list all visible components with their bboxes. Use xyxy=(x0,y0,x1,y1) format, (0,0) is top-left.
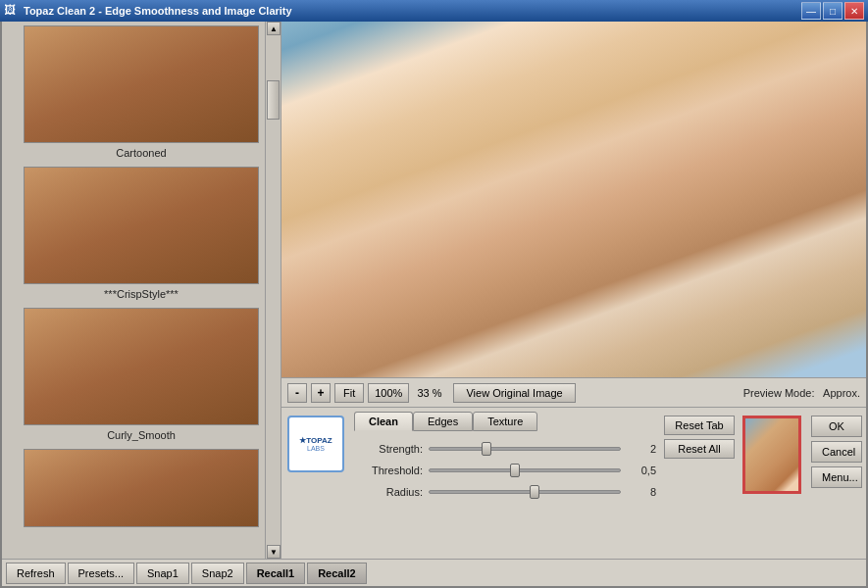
reset-tab-button[interactable]: Reset Tab xyxy=(664,416,735,435)
list-item[interactable]: Curly_Smooth xyxy=(6,308,277,443)
strength-label: Strength: xyxy=(354,443,423,455)
preview-area xyxy=(281,22,866,377)
preset-thumbnail-4 xyxy=(24,449,259,527)
view-original-button[interactable]: View Original Image xyxy=(453,383,575,403)
preset-list: Cartooned ***CrispStyle*** Curly_Smooth xyxy=(2,22,281,559)
preset-label: Cartooned xyxy=(6,145,277,161)
radius-value: 8 xyxy=(627,486,656,498)
preset-label: ***CrispStyle*** xyxy=(6,286,277,302)
radius-slider-row: Radius: 8 xyxy=(354,486,656,498)
main-window: Cartooned ***CrispStyle*** Curly_Smooth … xyxy=(0,22,868,588)
close-button[interactable]: ✕ xyxy=(844,2,864,20)
maximize-button[interactable]: □ xyxy=(823,2,842,20)
controls-bar: - + Fit 100% 33 % View Original Image Pr… xyxy=(281,377,866,407)
minimize-button[interactable]: — xyxy=(801,2,821,20)
title-bar: 🖼 Topaz Clean 2 - Edge Smoothness and Im… xyxy=(0,0,868,22)
preview-mode-value: Approx. xyxy=(823,387,860,399)
action-buttons: OK Cancel Menu... xyxy=(807,408,866,559)
tabs-sliders-area: Clean Edges Texture Strength: 2 xyxy=(350,408,660,559)
app-icon: 🖼 xyxy=(4,3,20,19)
preset-thumbnail-curlysmooth xyxy=(24,308,259,425)
threshold-track[interactable] xyxy=(429,468,621,472)
list-item[interactable] xyxy=(6,449,277,527)
strength-value: 2 xyxy=(627,443,656,455)
scroll-up-arrow[interactable]: ▲ xyxy=(267,22,281,35)
scrollbar-thumb[interactable] xyxy=(267,80,280,120)
logo-text-line2: LABS xyxy=(307,445,325,452)
strength-slider-row: Strength: 2 xyxy=(354,443,656,455)
content-area: Cartooned ***CrispStyle*** Curly_Smooth … xyxy=(2,22,866,559)
presets-button[interactable]: Presets... xyxy=(68,563,134,584)
logo-area: ★TOPAZ LABS xyxy=(281,408,350,559)
menu-button[interactable]: Menu... xyxy=(811,466,862,488)
preview-mode-text: Preview Mode: Approx. xyxy=(743,387,860,399)
list-item[interactable]: Cartooned xyxy=(6,25,277,161)
ok-button[interactable]: OK xyxy=(811,416,862,437)
tab-clean[interactable]: Clean xyxy=(354,412,413,431)
left-panel: Cartooned ***CrispStyle*** Curly_Smooth … xyxy=(2,22,281,559)
radius-track[interactable] xyxy=(429,490,621,494)
reset-area: Reset Tab Reset All xyxy=(660,408,739,559)
preset-thumbnail-crispstyle xyxy=(24,167,259,284)
threshold-value: 0,5 xyxy=(627,465,656,476)
sliders-area: Strength: 2 Threshold: 0, xyxy=(354,439,656,512)
radius-label: Radius: xyxy=(354,486,423,498)
strength-track[interactable] xyxy=(429,447,621,451)
logo-text-line1: ★TOPAZ xyxy=(299,436,332,446)
title-bar-left: 🖼 Topaz Clean 2 - Edge Smoothness and Im… xyxy=(4,3,292,19)
zoom-in-button[interactable]: + xyxy=(311,383,331,403)
threshold-thumb[interactable] xyxy=(510,464,520,477)
tab-edges[interactable]: Edges xyxy=(413,412,473,431)
snap2-button[interactable]: Snap2 xyxy=(191,563,244,584)
scrollbar-track: ▲ ▼ xyxy=(265,22,281,559)
recall2-button[interactable]: Recall2 xyxy=(307,563,367,584)
reset-all-button[interactable]: Reset All xyxy=(664,439,735,459)
zoom-out-button[interactable]: - xyxy=(287,383,307,403)
radius-thumb[interactable] xyxy=(530,485,539,499)
preset-thumbnail-cartooned xyxy=(24,25,259,143)
right-area: - + Fit 100% 33 % View Original Image Pr… xyxy=(281,22,866,559)
refresh-button[interactable]: Refresh xyxy=(6,563,66,584)
zoom-percent-label: 33 % xyxy=(417,387,441,399)
tab-bar: Clean Edges Texture xyxy=(354,412,656,431)
mini-thumbnail[interactable] xyxy=(742,416,801,494)
snap1-button[interactable]: Snap1 xyxy=(136,563,189,584)
recall1-button[interactable]: Recall1 xyxy=(246,563,306,584)
face-preview-image xyxy=(281,22,866,377)
preview-mode-label: Preview Mode: xyxy=(743,387,815,399)
preset-label: Curly_Smooth xyxy=(6,427,277,443)
topaz-logo: ★TOPAZ LABS xyxy=(287,416,344,472)
title-bar-text: Topaz Clean 2 - Edge Smoothness and Imag… xyxy=(24,5,292,17)
tab-texture[interactable]: Texture xyxy=(473,412,537,431)
threshold-label: Threshold: xyxy=(354,465,423,476)
zoom-display: 100% xyxy=(368,383,409,403)
fit-button[interactable]: Fit xyxy=(334,383,364,403)
bottom-toolbar: Refresh Presets... Snap1 Snap2 Recall1 R… xyxy=(2,559,866,586)
bottom-panel: ★TOPAZ LABS Clean Edges Texture Strength xyxy=(281,407,866,559)
title-bar-controls: — □ ✕ xyxy=(801,2,864,20)
list-item[interactable]: ***CrispStyle*** xyxy=(6,167,277,302)
threshold-slider-row: Threshold: 0,5 xyxy=(354,465,656,476)
scroll-down-arrow[interactable]: ▼ xyxy=(267,545,281,559)
thumbnail-area xyxy=(739,408,807,559)
strength-thumb[interactable] xyxy=(482,442,491,456)
cancel-button[interactable]: Cancel xyxy=(811,441,862,463)
